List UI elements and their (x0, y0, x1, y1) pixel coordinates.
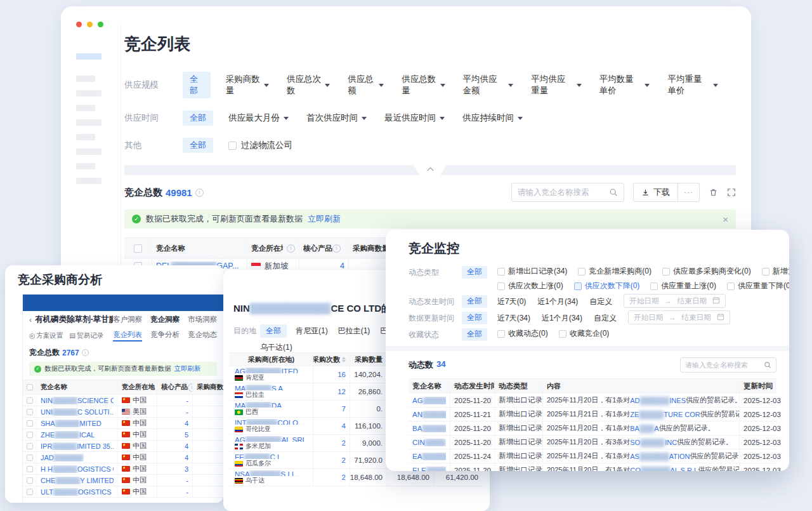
row-checkbox[interactable] (23, 418, 37, 428)
insight-subtab[interactable]: 竞争分析 (150, 330, 180, 342)
collapse-notch[interactable] (409, 165, 451, 175)
filter-dropdown[interactable]: 供应总额 (348, 74, 384, 96)
type-filter-checkbox[interactable]: 供应次数下降(0) (574, 281, 640, 291)
fav-filter-checkbox[interactable]: 收藏竞企(0) (559, 328, 610, 339)
filter-all-chip[interactable]: 全部 (183, 138, 213, 153)
filter-dropdown[interactable]: 供应总次数 (287, 74, 330, 96)
filter-all-chip[interactable]: 全部 (183, 110, 213, 126)
row-checkbox[interactable] (23, 486, 37, 497)
filter-all-chip[interactable]: 全部 (462, 266, 487, 279)
company-name-cell[interactable]: SHA█████MITED (37, 418, 118, 428)
type-filter-checkbox[interactable]: 新增竞企(0) (762, 266, 789, 277)
core-products-cell[interactable]: 4 (157, 418, 193, 428)
company-name-cell[interactable]: AG█████INT... (409, 394, 450, 407)
more-button[interactable]: ··· (678, 183, 700, 202)
monitor-search-input[interactable] (685, 361, 764, 369)
filter-checkbox[interactable]: 过滤物流公司 (228, 140, 292, 151)
filter-dropdown[interactable]: 首次供应时间 (306, 112, 367, 124)
filter-dropdown[interactable]: 最近供应时间 (384, 112, 445, 124)
purchase-times-cell[interactable]: 2 (313, 452, 350, 468)
time-range-option[interactable]: 近7天(34) (497, 312, 530, 324)
refresh-now-link[interactable]: 立即刷新 (308, 213, 341, 225)
destination-tab[interactable]: 肯尼亚(1) (296, 326, 328, 336)
insight-subtab[interactable]: 竞企动态 (188, 330, 217, 342)
toolbar-button[interactable]: ◎方案设置 (29, 331, 63, 340)
minimize-window-icon[interactable] (87, 22, 93, 27)
delete-button-toolbar[interactable] (709, 188, 718, 197)
time-range-option[interactable]: 近1个月(34) (537, 295, 578, 307)
purchaser-name[interactable]: AG███████ITED (235, 368, 298, 373)
destination-all-chip[interactable]: 全部 (260, 324, 287, 338)
core-products-cell[interactable]: - (157, 486, 193, 497)
company-name-cell[interactable]: UNI█████C SOLUTI... (37, 406, 118, 417)
type-filter-checkbox[interactable]: 供应最多采购商变化(0) (662, 266, 751, 277)
type-filter-checkbox[interactable]: 供应重量上涨(0) (650, 281, 716, 291)
company-name-cell[interactable]: AN█████BIO... (409, 408, 450, 421)
breadcrumb[interactable]: ‹ 有机磷类除草剂-草甘膦 (29, 314, 113, 325)
insight-tab[interactable]: 市场洞察 (188, 315, 217, 324)
company-name-cell[interactable]: EA█████O (409, 449, 450, 463)
company-name-cell[interactable]: CHE█████Y LIMITED (37, 475, 118, 486)
type-filter-checkbox[interactable]: 供应重量下降(0) (727, 281, 789, 291)
filter-dropdown[interactable]: 采购商数量 (226, 74, 269, 96)
filter-dropdown[interactable]: 平均重量单价 (667, 74, 718, 96)
insight-subtab[interactable]: 竞企列表 (113, 330, 142, 342)
company-name-cell[interactable]: ZHE█████ICAL (37, 429, 118, 440)
toolbar-button[interactable]: ▤贸易记录 (69, 331, 103, 340)
back-icon[interactable]: ‹ (29, 315, 32, 324)
maximize-window-icon[interactable] (98, 22, 103, 27)
competitor-search[interactable] (511, 183, 624, 202)
company-name-cell[interactable]: BA█████YER ... (409, 421, 450, 435)
core-products-cell[interactable]: - (157, 475, 193, 486)
refresh-now-link[interactable]: 立即刷新 (174, 364, 201, 373)
select-all-checkbox[interactable] (124, 238, 152, 258)
purchase-times-cell[interactable]: 7 (313, 401, 350, 417)
row-checkbox[interactable] (23, 463, 37, 474)
row-checkbox[interactable] (23, 452, 37, 463)
filter-dropdown[interactable]: 平均供应重量 (531, 74, 582, 96)
row-checkbox[interactable] (23, 395, 37, 406)
close-window-icon[interactable] (76, 22, 82, 27)
time-range-option[interactable]: 近1个月(34) (542, 312, 582, 324)
row-checkbox[interactable] (23, 441, 37, 451)
competitor-search-input[interactable] (518, 188, 609, 197)
type-filter-checkbox[interactable]: 新增出口记录(34) (497, 266, 567, 277)
custom-range-option[interactable]: 自定义 (589, 295, 612, 307)
filter-all-chip[interactable]: 全部 (183, 72, 211, 98)
type-filter-checkbox[interactable]: 供应次数上涨(0) (497, 281, 563, 291)
filter-all-chip[interactable]: 全部 (462, 295, 487, 308)
purchaser-name[interactable]: NSA██████S LI... (235, 470, 300, 476)
filter-dropdown[interactable]: 供应最大月份 (228, 112, 289, 124)
core-products-cell[interactable]: - (157, 406, 193, 417)
core-products-cell[interactable]: - (157, 395, 193, 406)
filter-all-chip[interactable]: 全部 (462, 328, 487, 341)
filter-all-chip[interactable]: 全部 (462, 312, 487, 324)
core-products-cell[interactable]: 5 (157, 429, 193, 440)
custom-range-option[interactable]: 自定义 (594, 312, 617, 324)
core-products-cell[interactable]: 4 (157, 452, 193, 463)
destination-tab[interactable]: 乌干达(1) (260, 342, 292, 353)
company-name-cell[interactable]: H H█████OGISTICS C... (37, 463, 118, 474)
date-range-input[interactable]: 开始日期→结束日期 (624, 294, 726, 308)
type-filter-checkbox[interactable]: 竞企新增采购商(0) (578, 266, 652, 277)
company-name-cell[interactable]: ULT█████OGISTICS ... (37, 486, 118, 497)
purchaser-name[interactable]: MA█████DA (235, 402, 282, 408)
company-name-cell[interactable]: IPR█████IMITED 35... (37, 441, 118, 451)
row-checkbox[interactable] (23, 475, 37, 486)
fav-filter-checkbox[interactable]: 收藏动态(0) (497, 328, 548, 339)
purchaser-name[interactable]: MA█████S A (235, 385, 283, 390)
filter-dropdown[interactable]: 平均供应金额 (463, 74, 514, 96)
purchaser-name[interactable]: FE█████C L (235, 453, 281, 459)
purchase-times-cell[interactable]: 12 (313, 383, 350, 400)
company-name-cell[interactable]: ELE████NDU... (409, 463, 450, 471)
destination-tab[interactable]: 巴拉圭(1) (338, 326, 370, 336)
company-name-cell[interactable]: NIN█████SCIENCE C... (37, 395, 118, 406)
download-button[interactable]: 下载 (633, 183, 678, 202)
monitor-search[interactable] (680, 357, 776, 373)
core-products-cell[interactable]: 3 (157, 463, 193, 474)
insight-tab[interactable]: 竞企洞察 (150, 315, 180, 324)
company-name-cell[interactable]: JAD██████ (37, 452, 118, 463)
purchase-times-cell[interactable]: 2 (313, 469, 350, 486)
purchase-times-cell[interactable]: 16 (313, 366, 350, 383)
row-checkbox[interactable] (23, 406, 37, 417)
